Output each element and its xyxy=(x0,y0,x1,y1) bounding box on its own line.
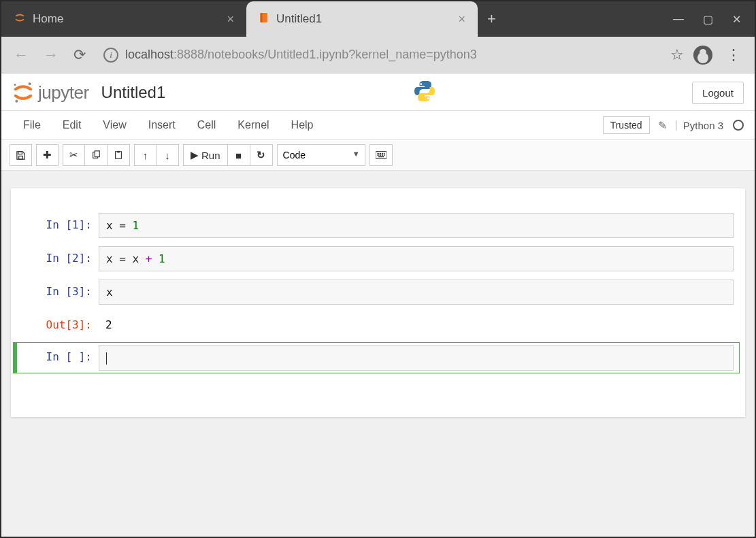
bookmark-star-icon[interactable]: ☆ xyxy=(670,46,684,64)
input-prompt: In [2]: xyxy=(17,246,99,271)
profile-avatar-icon[interactable] xyxy=(693,46,712,65)
back-icon[interactable]: ← xyxy=(11,44,31,67)
svg-rect-16 xyxy=(381,153,382,154)
add-cell-button[interactable]: ✚ xyxy=(36,144,59,166)
close-icon[interactable]: × xyxy=(224,12,237,27)
move-up-button[interactable]: ↑ xyxy=(134,144,157,166)
python-logo-icon xyxy=(412,79,437,106)
close-icon[interactable]: × xyxy=(455,12,468,27)
code-cell[interactable]: In [1]:x = 1 xyxy=(16,210,740,241)
svg-rect-10 xyxy=(95,151,99,157)
svg-rect-21 xyxy=(384,154,385,156)
notebook-title[interactable]: Untitled1 xyxy=(101,83,166,102)
minimize-icon[interactable]: — xyxy=(673,13,684,25)
url-text: localhost:8888/notebooks/Untitled1.ipynb… xyxy=(125,48,477,62)
menu-kernel[interactable]: Kernel xyxy=(227,115,280,135)
svg-point-2 xyxy=(29,82,31,85)
cell-input[interactable]: x xyxy=(99,280,734,305)
notebook-scroll-area[interactable]: In [1]:x = 1In [2]:x = x + 1In [3]:xOut[… xyxy=(1,171,755,538)
svg-rect-8 xyxy=(19,156,23,159)
svg-rect-1 xyxy=(261,13,263,22)
menu-view[interactable]: View xyxy=(92,115,137,135)
new-tab-button[interactable]: + xyxy=(478,1,506,37)
tab-title: Home xyxy=(33,12,217,26)
browser-menu-icon[interactable]: ⋮ xyxy=(722,46,745,64)
maximize-icon[interactable]: ▢ xyxy=(703,13,713,26)
paste-button[interactable] xyxy=(108,144,130,166)
cell-input[interactable]: x = 1 xyxy=(99,213,734,238)
browser-tab-home[interactable]: Home × xyxy=(1,1,246,37)
site-info-icon[interactable]: i xyxy=(103,48,118,63)
jupyter-header: jupyter Untitled1 Logout xyxy=(1,73,755,111)
svg-point-4 xyxy=(14,84,16,86)
command-palette-button[interactable] xyxy=(369,144,393,166)
forward-icon[interactable]: → xyxy=(41,44,61,67)
jupyter-logo-text: jupyter xyxy=(38,82,89,103)
interrupt-button[interactable]: ■ xyxy=(228,144,250,166)
close-window-icon[interactable]: ✕ xyxy=(732,13,741,26)
menubar: File Edit View Insert Cell Kernel Help T… xyxy=(1,111,755,140)
jupyter-tab-icon xyxy=(14,12,26,27)
divider: | xyxy=(675,119,678,131)
svg-rect-18 xyxy=(377,154,378,156)
restart-kernel-button[interactable]: ↻ xyxy=(250,144,273,166)
window-titlebar: Home × Untitled1 × + — ▢ ✕ xyxy=(1,1,755,37)
browser-tab-notebook[interactable]: Untitled1 × xyxy=(246,1,478,37)
svg-rect-19 xyxy=(379,154,380,156)
browser-toolbar: ← → ⟳ i localhost:8888/notebooks/Untitle… xyxy=(1,37,755,73)
cell-type-select[interactable]: Code xyxy=(277,144,365,166)
svg-point-6 xyxy=(427,97,429,99)
svg-rect-17 xyxy=(384,153,385,154)
window-controls: — ▢ ✕ xyxy=(673,1,755,37)
tab-title: Untitled1 xyxy=(276,12,448,26)
menu-file[interactable]: File xyxy=(12,115,52,135)
cut-button[interactable]: ✂ xyxy=(63,144,85,166)
code-cell[interactable]: In [3]:x xyxy=(16,277,740,307)
notebook-tab-icon xyxy=(259,12,269,26)
input-prompt: In [1]: xyxy=(17,213,99,238)
run-button[interactable]: ▶ Run xyxy=(183,144,228,166)
menu-edit[interactable]: Edit xyxy=(52,115,93,135)
cell-output: 2 xyxy=(99,313,734,337)
copy-button[interactable] xyxy=(85,144,108,166)
svg-rect-20 xyxy=(381,154,382,156)
cell-input[interactable]: x = x + 1 xyxy=(99,246,734,271)
menu-insert[interactable]: Insert xyxy=(137,115,186,135)
svg-rect-12 xyxy=(117,151,120,153)
svg-point-5 xyxy=(420,83,422,85)
menu-help[interactable]: Help xyxy=(280,115,325,135)
address-bar[interactable]: i localhost:8888/notebooks/Untitled1.ipy… xyxy=(98,48,661,63)
svg-rect-15 xyxy=(379,153,380,154)
svg-rect-14 xyxy=(377,153,378,154)
reload-icon[interactable]: ⟳ xyxy=(71,44,88,67)
svg-rect-7 xyxy=(18,151,22,154)
code-cell[interactable]: In [ ]: xyxy=(13,342,740,373)
cell-input[interactable] xyxy=(99,345,734,371)
input-prompt: In [ ]: xyxy=(17,345,99,371)
trusted-indicator[interactable]: Trusted xyxy=(603,116,650,134)
logout-button[interactable]: Logout xyxy=(692,82,744,104)
kernel-name[interactable]: Python 3 xyxy=(683,120,723,131)
svg-point-3 xyxy=(15,100,18,103)
edit-pencil-icon[interactable]: ✎ xyxy=(655,119,670,132)
output-prompt: Out[3]: xyxy=(17,313,99,337)
notebook-container: In [1]:x = 1In [2]:x = x + 1In [3]:xOut[… xyxy=(11,188,745,417)
toolbar: ✚ ✂ ↑ ↓ ▶ Run ■ ↻ Code xyxy=(1,140,755,171)
output-row: Out[3]:2 xyxy=(16,310,740,339)
kernel-status-indicator[interactable] xyxy=(733,120,744,131)
menu-cell[interactable]: Cell xyxy=(186,115,227,135)
input-prompt: In [3]: xyxy=(17,280,99,305)
move-down-button[interactable]: ↓ xyxy=(157,144,179,166)
code-cell[interactable]: In [2]:x = x + 1 xyxy=(16,243,740,274)
save-button[interactable] xyxy=(10,144,32,166)
svg-rect-0 xyxy=(260,13,267,22)
svg-rect-22 xyxy=(378,156,384,158)
jupyter-logo[interactable]: jupyter xyxy=(12,82,89,103)
